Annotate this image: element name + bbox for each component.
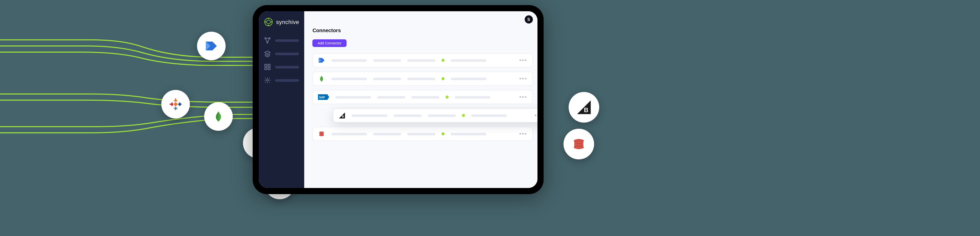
brand: synchive <box>259 11 304 33</box>
svg-point-15 <box>267 20 270 24</box>
svg-rect-24 <box>268 64 270 66</box>
add-connector-button[interactable]: Add Connector <box>312 39 346 47</box>
status-dot <box>462 114 465 117</box>
svg-point-17 <box>271 21 272 23</box>
sqlserver-icon <box>563 129 594 159</box>
svg-point-18 <box>268 25 269 26</box>
mongodb-icon <box>204 102 233 131</box>
sap-icon: SAP <box>318 94 329 100</box>
svg-text:SAP: SAP <box>319 96 325 99</box>
sidebar-item-grid[interactable] <box>264 63 299 70</box>
avatar[interactable]: S <box>525 15 533 24</box>
gear-icon <box>264 77 271 84</box>
bigcommerce-icon: B <box>569 92 599 123</box>
svg-point-21 <box>269 38 270 39</box>
sidebar-nav <box>259 33 304 88</box>
more-menu-button[interactable]: ••• <box>535 112 538 119</box>
svg-point-22 <box>267 42 268 43</box>
sqlserver-icon <box>318 130 325 137</box>
svg-point-20 <box>265 38 266 39</box>
layers-icon <box>264 50 271 57</box>
svg-rect-9 <box>174 104 177 105</box>
more-menu-button[interactable]: ••• <box>519 94 527 100</box>
connector-row[interactable]: ••• <box>312 53 533 67</box>
bigcommerce-icon: B <box>339 112 345 119</box>
power-automate-icon <box>318 57 325 64</box>
connector-list: ••• ••• SAP ••• B ••• <box>312 53 533 141</box>
tablet-device: synchive <box>253 5 544 194</box>
svg-point-16 <box>268 18 269 19</box>
svg-rect-0 <box>175 98 177 102</box>
sidebar: synchive <box>259 11 304 188</box>
svg-rect-7 <box>179 102 180 106</box>
connector-row-lifted[interactable]: B ••• <box>333 108 538 123</box>
svg-point-27 <box>267 80 269 81</box>
status-dot <box>442 77 445 80</box>
svg-rect-5 <box>172 102 173 106</box>
main-content: S Connectors Add Connector ••• ••• SAP <box>304 11 538 188</box>
status-dot <box>442 59 445 62</box>
power-automate-icon <box>197 32 226 60</box>
more-menu-button[interactable]: ••• <box>519 130 527 137</box>
brand-name: synchive <box>276 19 299 25</box>
svg-text:B: B <box>584 107 588 113</box>
svg-point-19 <box>265 21 266 23</box>
app-screen: synchive <box>259 11 538 188</box>
grid-icon <box>264 63 271 70</box>
more-menu-button[interactable]: ••• <box>519 57 527 64</box>
status-dot <box>445 96 449 99</box>
page-title: Connectors <box>312 27 533 33</box>
connector-row[interactable]: ••• <box>312 72 533 86</box>
connector-row[interactable]: ••• <box>312 127 533 141</box>
svg-rect-26 <box>268 67 270 70</box>
brand-logo-icon <box>264 18 273 27</box>
tableau-icon <box>161 90 190 118</box>
mongodb-icon <box>318 75 325 82</box>
svg-rect-23 <box>265 64 267 66</box>
status-dot <box>442 132 445 136</box>
sidebar-item-nodes[interactable] <box>264 37 299 44</box>
svg-rect-1 <box>174 100 177 101</box>
more-menu-button[interactable]: ••• <box>519 75 527 82</box>
connector-row[interactable]: SAP ••• <box>312 90 533 104</box>
svg-text:B: B <box>342 115 344 118</box>
sidebar-item-layers[interactable] <box>264 50 299 57</box>
svg-rect-3 <box>174 108 177 109</box>
sidebar-item-settings[interactable] <box>264 77 299 84</box>
svg-rect-25 <box>265 67 267 70</box>
nodes-icon <box>264 37 271 44</box>
topbar: S <box>304 11 538 27</box>
